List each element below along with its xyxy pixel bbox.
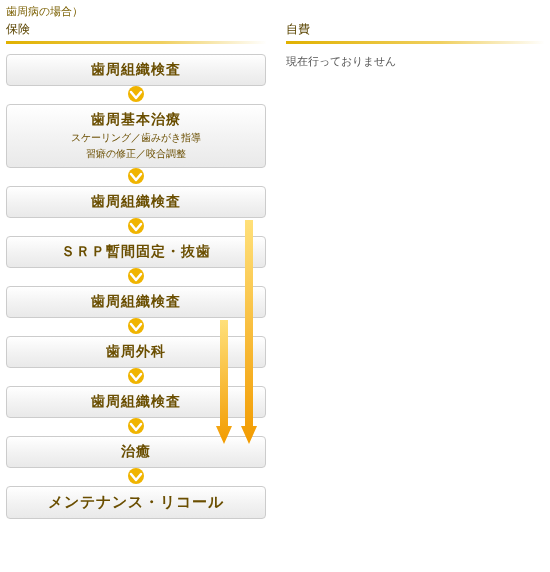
- svg-point-4: [128, 318, 144, 334]
- selfpay-column: 自費 現在行っておりません: [286, 21, 544, 519]
- svg-point-1: [128, 168, 144, 184]
- selfpay-note: 現在行っておりません: [286, 54, 544, 69]
- flow-step: 歯周組織検査: [6, 286, 266, 318]
- flow-step-title: 歯周外科: [13, 343, 259, 361]
- chevron-down-icon: [126, 268, 146, 286]
- page-title: 歯周病の場合）: [6, 4, 544, 19]
- chevron-down-icon: [126, 468, 146, 486]
- flow-step-title: ＳＲＰ暫間固定・抜歯: [13, 243, 259, 261]
- svg-point-0: [128, 86, 144, 102]
- svg-point-2: [128, 218, 144, 234]
- flow-step: 歯周組織検査: [6, 54, 266, 86]
- chevron-down-icon: [126, 168, 146, 186]
- flow-step-subtext: スケーリング／歯みがき指導: [13, 131, 259, 145]
- selfpay-heading: 自費: [286, 21, 544, 44]
- flow-step-title: メンテナンス・リコール: [13, 493, 259, 512]
- chevron-down-icon: [126, 218, 146, 236]
- flow-connector: [6, 168, 266, 186]
- svg-point-6: [128, 418, 144, 434]
- flow-connector: [6, 368, 266, 386]
- chevron-down-icon: [126, 418, 146, 436]
- svg-point-5: [128, 368, 144, 384]
- insurance-column: 保険 歯周組織検査歯周基本治療スケーリング／歯みがき指導習癖の修正／咬合調整歯周…: [6, 21, 266, 519]
- flow-step: 歯周基本治療スケーリング／歯みがき指導習癖の修正／咬合調整: [6, 104, 266, 168]
- flow-connector: [6, 318, 266, 336]
- flow-step-subtext: 習癖の修正／咬合調整: [13, 147, 259, 161]
- treatment-flow: 歯周組織検査歯周基本治療スケーリング／歯みがき指導習癖の修正／咬合調整歯周組織検…: [6, 54, 266, 519]
- chevron-down-icon: [126, 86, 146, 104]
- flow-connector: [6, 418, 266, 436]
- flow-step-title: 歯周組織検査: [13, 61, 259, 79]
- chevron-down-icon: [126, 318, 146, 336]
- svg-point-3: [128, 268, 144, 284]
- svg-point-7: [128, 468, 144, 484]
- flow-step: メンテナンス・リコール: [6, 486, 266, 519]
- flow-connector: [6, 468, 266, 486]
- flow-step-title: 歯周組織検査: [13, 193, 259, 211]
- chevron-down-icon: [126, 368, 146, 386]
- flow-step-title: 歯周基本治療: [13, 111, 259, 129]
- flow-step-title: 治癒: [13, 443, 259, 461]
- flow-step-title: 歯周組織検査: [13, 393, 259, 411]
- flow-connector: [6, 218, 266, 236]
- flow-step: 歯周外科: [6, 336, 266, 368]
- flow-connector: [6, 268, 266, 286]
- flow-step: 歯周組織検査: [6, 386, 266, 418]
- flow-connector: [6, 86, 266, 104]
- insurance-heading: 保険: [6, 21, 266, 44]
- flow-step: 治癒: [6, 436, 266, 468]
- flow-step: 歯周組織検査: [6, 186, 266, 218]
- flow-step: ＳＲＰ暫間固定・抜歯: [6, 236, 266, 268]
- flow-step-title: 歯周組織検査: [13, 293, 259, 311]
